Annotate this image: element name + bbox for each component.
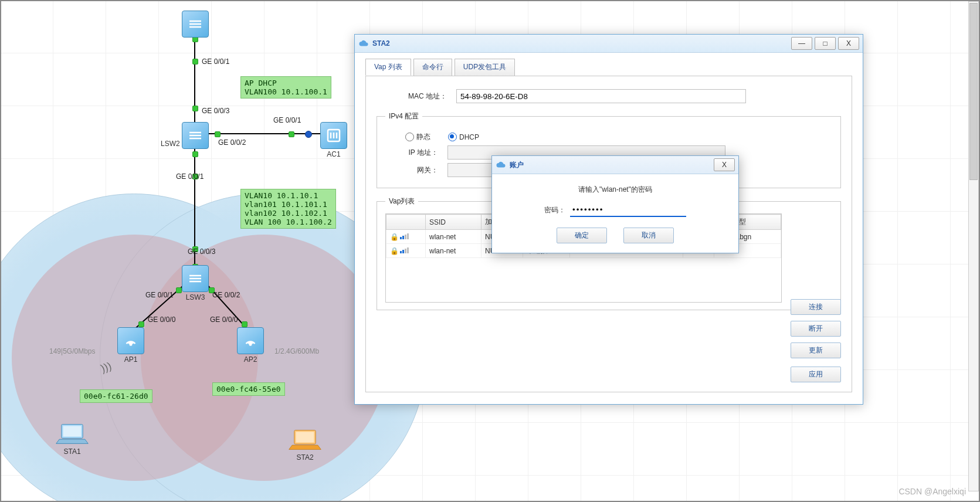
- mac-input[interactable]: [456, 89, 746, 103]
- dialog-titlebar[interactable]: 账户 X: [492, 156, 738, 174]
- coverage-label-ap1: 149|5G/0Mbps: [49, 347, 96, 355]
- port-dot: [192, 151, 198, 157]
- device-label: LSW3: [182, 293, 209, 301]
- dialog-title: 账户: [510, 160, 711, 170]
- port-dot: [242, 321, 247, 327]
- cell-ssid: wlan-net: [426, 230, 481, 244]
- titlebar[interactable]: STA2 — □ X: [355, 35, 863, 53]
- note-ap2-mac: 00e0-fc46-55e0: [212, 382, 285, 396]
- tab-cli[interactable]: 命令行: [413, 59, 452, 76]
- vap-legend: Vap列表: [385, 196, 418, 206]
- tab-udp-tool[interactable]: UDP发包工具: [455, 59, 515, 76]
- device-ap2[interactable]: AP2: [237, 327, 264, 364]
- port-label: GE 0/0/1: [273, 116, 301, 124]
- minimize-button[interactable]: —: [791, 37, 812, 50]
- port-dot: [138, 321, 144, 327]
- port-dot: [192, 59, 198, 65]
- device-label: LSW2: [161, 140, 180, 148]
- device-label: AC1: [320, 150, 347, 158]
- password-input[interactable]: [570, 203, 686, 217]
- radio-static[interactable]: 静态: [405, 132, 430, 142]
- dialog-close-button[interactable]: X: [714, 158, 735, 171]
- vap-col-icon: [386, 215, 426, 230]
- svg-point-7: [250, 344, 252, 345]
- note-dhcp: AP DHCP VLAN100 10.1.100.1: [240, 76, 331, 99]
- lock-icon: 🔒: [390, 247, 399, 255]
- cloud-icon: [358, 38, 369, 49]
- port-dot: [176, 287, 182, 293]
- cloud-icon: [496, 160, 506, 170]
- gw-label: 网关：: [385, 165, 438, 175]
- tab-vap-list[interactable]: Vap 列表: [365, 59, 411, 76]
- port-label: GE 0/0/1: [202, 57, 229, 66]
- device-sta2[interactable]: STA2: [289, 428, 321, 462]
- port-label: GE 0/0/0: [210, 316, 238, 324]
- dialog-account[interactable]: 账户 X 请输入"wlan-net"的密码 密码： 确定 取消: [491, 155, 739, 253]
- port-label: GE 0/0/1: [176, 172, 204, 181]
- ipv4-legend: IPv4 配置: [385, 111, 422, 121]
- port-label: GE 0/0/1: [145, 291, 173, 299]
- dialog-prompt: 请输入"wlan-net"的密码: [505, 185, 725, 195]
- signal-icon: [400, 233, 409, 239]
- port-label: GE 0/0/2: [212, 291, 240, 299]
- connect-button[interactable]: 连接: [791, 299, 841, 315]
- port-dot-blue: [305, 131, 312, 138]
- device-label: AP2: [237, 355, 264, 364]
- device-lsw1[interactable]: [182, 11, 209, 38]
- port-label: GE 0/0/3: [188, 247, 215, 256]
- svg-rect-9: [63, 426, 82, 436]
- mac-label: MAC 地址：: [377, 91, 447, 101]
- device-lsw3[interactable]: LSW3: [182, 265, 209, 301]
- svg-point-6: [130, 344, 132, 345]
- apply-button[interactable]: 应用: [791, 367, 841, 382]
- vap-col-ssid[interactable]: SSID: [426, 215, 481, 230]
- ok-button[interactable]: 确定: [557, 228, 607, 243]
- port-dot: [215, 131, 221, 137]
- device-label: STA2: [289, 453, 321, 462]
- coverage-label-ap2: 1/2.4G/600Mb: [274, 347, 319, 355]
- device-ap1[interactable]: AP1: [117, 327, 144, 364]
- port-label: GE 0/0/2: [218, 138, 246, 147]
- scroll-thumb[interactable]: [969, 3, 978, 180]
- radio-dhcp[interactable]: DHCP: [448, 133, 479, 141]
- ip-label: IP 地址：: [385, 148, 438, 158]
- tab-bar: Vap 列表 命令行 UDP发包工具: [355, 53, 863, 76]
- watermark: CSDN @Angelxiqi: [898, 487, 966, 496]
- device-ac1[interactable]: AC1: [320, 122, 347, 158]
- lock-icon: 🔒: [390, 233, 399, 241]
- port-label: GE 0/0/0: [148, 316, 175, 324]
- password-label: 密码：: [544, 205, 565, 215]
- maximize-button[interactable]: □: [815, 37, 836, 50]
- cell-ssid: wlan-net: [426, 244, 481, 258]
- port-label: GE 0/0/3: [202, 107, 229, 115]
- svg-rect-11: [296, 432, 314, 442]
- topology-canvas[interactable]: LSW2 AC1 LSW3 AP1 AP2 STA1 STA2 ))) GE 0…: [0, 0, 980, 502]
- device-lsw2[interactable]: LSW2: [182, 122, 209, 149]
- note-ap1-mac: 00e0-fc61-26d0: [80, 389, 152, 403]
- close-button[interactable]: X: [838, 37, 859, 50]
- device-label: STA1: [56, 447, 89, 456]
- port-dot: [192, 106, 198, 111]
- vertical-scrollbar[interactable]: [968, 1, 979, 491]
- window-title: STA2: [372, 39, 789, 48]
- signal-icon: [400, 247, 409, 253]
- ap2-coverage-inner: [141, 235, 387, 481]
- refresh-button[interactable]: 更新: [791, 342, 841, 358]
- device-sta1[interactable]: STA1: [56, 422, 89, 456]
- device-label: AP1: [117, 355, 144, 364]
- disconnect-button[interactable]: 断开: [791, 321, 841, 337]
- note-vlans: VLAN10 10.1.10.1 vlan101 10.1.101.1 vlan…: [240, 189, 336, 229]
- cancel-button[interactable]: 取消: [623, 228, 674, 243]
- port-dot: [289, 131, 294, 137]
